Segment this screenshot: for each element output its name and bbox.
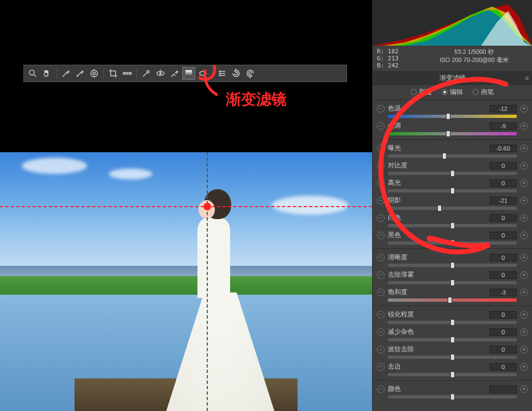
- slider-value-input[interactable]: 0: [490, 214, 517, 222]
- slider-plus-button[interactable]: +: [520, 328, 528, 336]
- panel-menu-icon[interactable]: ≡: [525, 74, 529, 82]
- slider-reset-button[interactable]: −: [377, 289, 385, 296]
- slider-reset-button[interactable]: −: [377, 385, 385, 393]
- slider-value-input[interactable]: [490, 385, 517, 393]
- slider-plus-button[interactable]: +: [520, 214, 528, 222]
- slider-plus-button[interactable]: +: [520, 197, 528, 204]
- slider-reset-button[interactable]: −: [377, 346, 385, 353]
- slider-track[interactable]: [388, 338, 517, 341]
- slider-track[interactable]: [388, 224, 517, 227]
- mode-edit-radio[interactable]: 编辑: [442, 88, 463, 97]
- slider-track[interactable]: [388, 189, 517, 192]
- slider-thumb[interactable]: [437, 205, 442, 211]
- slider-value-input[interactable]: 0: [490, 254, 517, 261]
- mode-new-radio[interactable]: 新建: [411, 88, 432, 97]
- slider-track[interactable]: [388, 356, 517, 359]
- slider-reset-button[interactable]: −: [377, 105, 385, 113]
- slider-thumb[interactable]: [446, 130, 450, 137]
- slider-track[interactable]: [388, 172, 517, 175]
- slider-thumb[interactable]: [450, 371, 455, 378]
- slider-reset-button[interactable]: −: [377, 179, 385, 187]
- slider-thumb[interactable]: [450, 188, 455, 194]
- slider-plus-button[interactable]: +: [520, 145, 528, 152]
- slider-plus-button[interactable]: +: [520, 254, 528, 261]
- slider-value-input[interactable]: -3: [490, 289, 517, 296]
- white-balance-tool[interactable]: [59, 67, 72, 80]
- slider-value-input[interactable]: -0.60: [490, 145, 517, 152]
- zoom-tool[interactable]: [26, 67, 39, 80]
- slider-track[interactable]: [388, 154, 517, 158]
- slider-value-input[interactable]: 0: [490, 271, 517, 279]
- slider-thumb[interactable]: [450, 337, 455, 343]
- slider-plus-button[interactable]: +: [520, 385, 528, 393]
- slider-value-input[interactable]: 0: [490, 363, 517, 371]
- radial-filter-tool[interactable]: [196, 67, 209, 80]
- slider-value-input[interactable]: -9: [490, 122, 517, 130]
- slider-track[interactable]: [388, 264, 517, 267]
- slider-value-input[interactable]: 0: [490, 311, 517, 319]
- histogram[interactable]: [373, 0, 532, 46]
- slider-plus-button[interactable]: +: [520, 271, 528, 279]
- mode-brush-radio[interactable]: 画笔: [473, 88, 494, 97]
- slider-plus-button[interactable]: +: [520, 311, 528, 319]
- slider-track[interactable]: [388, 115, 517, 118]
- slider-plus-button[interactable]: +: [520, 179, 528, 187]
- hand-tool[interactable]: [40, 67, 53, 80]
- slider-thumb[interactable]: [450, 279, 455, 286]
- slider-value-input[interactable]: 0: [490, 346, 517, 353]
- slider-value-input[interactable]: -21: [490, 197, 517, 204]
- slider-thumb[interactable]: [442, 153, 447, 159]
- slider-thumb[interactable]: [450, 170, 455, 177]
- preferences-tool[interactable]: [215, 67, 228, 80]
- slider-reset-button[interactable]: −: [377, 328, 385, 336]
- spot-removal-tool[interactable]: [140, 67, 153, 80]
- slider-plus-button[interactable]: +: [520, 346, 528, 353]
- slider-track[interactable]: [388, 241, 517, 245]
- slider-thumb[interactable]: [450, 394, 455, 400]
- slider-thumb[interactable]: [446, 113, 450, 120]
- slider-thumb[interactable]: [450, 354, 455, 360]
- slider-plus-button[interactable]: +: [520, 162, 528, 170]
- slider-thumb[interactable]: [450, 240, 455, 246]
- image-preview[interactable]: [0, 152, 372, 411]
- graduated-filter-tool[interactable]: [182, 67, 195, 80]
- rotate-cw-tool[interactable]: [244, 67, 257, 80]
- slider-track[interactable]: [388, 207, 517, 210]
- slider-track[interactable]: [388, 132, 517, 135]
- slider-track[interactable]: [388, 395, 517, 398]
- adjustment-brush-tool[interactable]: [168, 67, 181, 80]
- slider-thumb[interactable]: [450, 222, 455, 229]
- slider-thumb[interactable]: [448, 297, 452, 303]
- slider-plus-button[interactable]: +: [520, 232, 528, 239]
- slider-reset-button[interactable]: −: [377, 311, 385, 319]
- slider-plus-button[interactable]: +: [520, 122, 528, 130]
- slider-track[interactable]: [388, 373, 517, 376]
- slider-reset-button[interactable]: −: [377, 145, 385, 152]
- slider-value-input[interactable]: -12: [490, 105, 517, 113]
- slider-reset-button[interactable]: −: [377, 254, 385, 261]
- slider-track[interactable]: [388, 281, 517, 284]
- slider-value-input[interactable]: 0: [490, 162, 517, 170]
- crop-tool[interactable]: [107, 67, 120, 80]
- rotate-ccw-tool[interactable]: [230, 67, 243, 80]
- slider-plus-button[interactable]: +: [520, 363, 528, 371]
- color-sampler-tool[interactable]: [73, 67, 86, 80]
- redeye-tool[interactable]: [154, 67, 167, 80]
- slider-reset-button[interactable]: −: [377, 122, 385, 130]
- slider-thumb[interactable]: [450, 262, 455, 269]
- slider-reset-button[interactable]: −: [377, 271, 385, 279]
- slider-reset-button[interactable]: −: [377, 363, 385, 371]
- straighten-tool[interactable]: [121, 67, 134, 80]
- slider-reset-button[interactable]: −: [377, 197, 385, 204]
- slider-value-input[interactable]: 0: [490, 232, 517, 239]
- targeted-adjust-tool[interactable]: [88, 67, 101, 80]
- slider-track[interactable]: [388, 298, 517, 302]
- slider-reset-button[interactable]: −: [377, 232, 385, 239]
- slider-plus-button[interactable]: +: [520, 105, 528, 113]
- slider-reset-button[interactable]: −: [377, 214, 385, 222]
- slider-track[interactable]: [388, 321, 517, 324]
- slider-plus-button[interactable]: +: [520, 289, 528, 296]
- slider-value-input[interactable]: 0: [490, 328, 517, 336]
- slider-reset-button[interactable]: −: [377, 162, 385, 170]
- slider-thumb[interactable]: [450, 319, 455, 326]
